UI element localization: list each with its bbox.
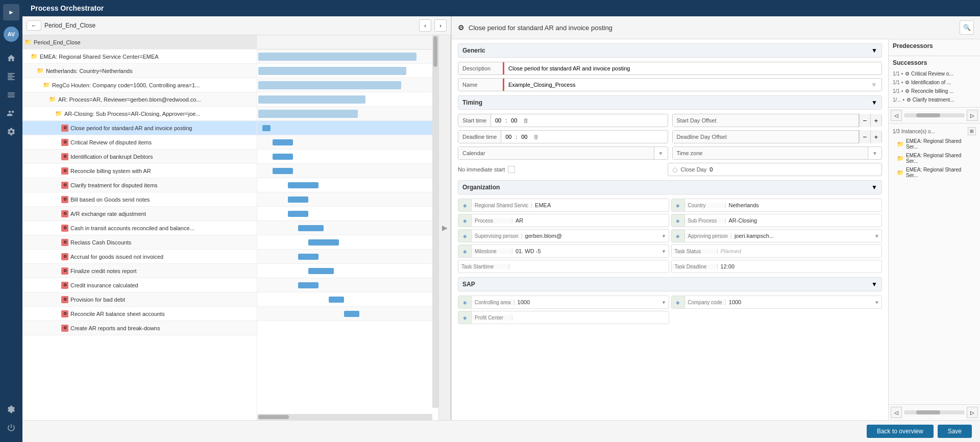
home-icon[interactable]	[3, 50, 19, 66]
approving-label: Approving person	[685, 233, 731, 239]
list-item[interactable]: ⚙ Accrual for goods issued not invoiced	[22, 250, 257, 264]
folder-icon: 📁	[24, 39, 32, 45]
deadline-min-input[interactable]	[517, 134, 531, 140]
task-status-field: Task Status Planned	[671, 244, 883, 258]
generic-section-title: Generic	[462, 47, 485, 54]
instance-expand-btn[interactable]: ⊞	[968, 127, 976, 135]
instance-folder-2[interactable]: 📁 EMEA: Regional Shared Ser...	[893, 151, 976, 165]
milestone-dropdown[interactable]: ▼	[659, 249, 669, 254]
list-item-selected[interactable]: ⚙ Close period for standard AR and invoi…	[22, 121, 257, 135]
list-item[interactable]: ⚙ Clarify treatment for disputed items	[22, 178, 257, 192]
list-item[interactable]: ⚙ Reconcile billing system with AR	[22, 164, 257, 178]
deadline-time-clear[interactable]: 🗑	[531, 134, 541, 140]
chart-icon[interactable]	[3, 68, 19, 85]
company-code-value: 1000	[726, 299, 872, 305]
close-day-value: 0	[709, 166, 877, 173]
profit-center-icon: ◈	[458, 311, 472, 324]
rss-label: Regional Shared Servic	[472, 203, 532, 208]
instance-folder-1[interactable]: 📁 EMEA: Regional Shared Ser...	[893, 137, 976, 151]
task-icon: ⚙	[61, 125, 68, 132]
list-item[interactable]: 📁 AR-Closing: Sub Process=AR-Closing, Ap…	[22, 107, 257, 121]
timing-section-header[interactable]: Timing ▼	[458, 95, 882, 110]
org-collapse-icon: ▼	[871, 184, 877, 191]
timezone-arrow[interactable]: ▼	[868, 151, 881, 156]
next-btn[interactable]: ›	[434, 19, 447, 32]
company-code-field: ◈ Company code 1000 ▼	[671, 296, 883, 309]
settings2-icon[interactable]	[3, 401, 19, 418]
list-item[interactable]: ⚙ Reconcile AR balance sheet accounts	[22, 307, 257, 321]
controlling-dropdown[interactable]: ▼	[659, 300, 669, 305]
start-hour-input[interactable]	[491, 117, 505, 124]
start-offset-plus[interactable]: +	[870, 114, 881, 127]
main-content: Process Orchestrator ← Period_End_Close …	[22, 0, 980, 442]
approving-value: joeri.kampsch...	[731, 233, 872, 239]
list-item[interactable]: ⚙ Create AR reports and break-downs	[22, 321, 257, 335]
company-code-dropdown[interactable]: ▼	[872, 300, 881, 305]
gantt-expand-btn[interactable]: ▶	[438, 35, 451, 420]
list-item[interactable]: 📁 Period_End_Close	[22, 35, 257, 50]
side-left-btn[interactable]: ◁	[891, 110, 902, 121]
power-icon[interactable]	[3, 420, 19, 436]
save-button[interactable]: Save	[938, 425, 972, 438]
list-item[interactable]: ⚙ A/R exchange rate adjustment	[22, 207, 257, 221]
list-item[interactable]: ⚙ Reclass Cash Discounts	[22, 235, 257, 250]
side-right-btn[interactable]: ▷	[967, 110, 978, 121]
prev-btn[interactable]: ‹	[419, 19, 431, 32]
list-item[interactable]: ⚙ Cash in transit accounts reconciled an…	[22, 221, 257, 235]
generic-section-header[interactable]: Generic ▼	[458, 43, 882, 58]
list-icon[interactable]	[3, 87, 19, 103]
sap-section-header[interactable]: SAP ▼	[458, 277, 882, 291]
instance-folder-3[interactable]: 📁 EMEA: Regional Shared Ser...	[893, 165, 976, 180]
approving-dropdown[interactable]: ▼	[872, 233, 881, 239]
list-item[interactable]: ⚙ Provision for bad debt	[22, 292, 257, 307]
side-bottom-thumb	[916, 410, 941, 414]
folder-icon: 📁	[31, 53, 38, 60]
back-to-overview-button[interactable]: Back to overview	[867, 425, 934, 438]
list-item[interactable]: ⚙ Finalize credit notes report	[22, 264, 257, 278]
list-item[interactable]: ⚙ Identification of bankrupt Debtors	[22, 150, 257, 164]
process-list: 📁 Period_End_Close 📁 EMEA: Regional Shar…	[22, 35, 257, 420]
deadline-offset-plus[interactable]: +	[870, 130, 881, 143]
list-item[interactable]: 📁 Netherlands: Country=Netherlands	[22, 64, 257, 78]
start-time-clear[interactable]: 🗑	[521, 117, 531, 124]
list-item[interactable]: ⚙ Bill based on Goods send notes	[22, 192, 257, 207]
start-min-input[interactable]	[507, 117, 521, 124]
successor-item[interactable]: 1/... • ⚙ Clarify treatment...	[893, 95, 976, 104]
task-icon: ⚙	[61, 182, 68, 189]
side-bottom-right-btn[interactable]: ▷	[967, 407, 978, 418]
milestone-field[interactable]: ◈ Milestone 01. WD -5 ▼	[458, 244, 669, 258]
app-header: Process Orchestrator	[22, 0, 980, 16]
successor-item[interactable]: 1/1 • ⚙ Reconcile billing ...	[893, 87, 976, 95]
deadline-offset-minus[interactable]: −	[859, 130, 870, 143]
task-status-label: Task Status	[672, 249, 718, 254]
list-item[interactable]: 📁 RegCo Houten: Company code=1000, Contr…	[22, 78, 257, 92]
side-scroll-area: ◁ ▷	[889, 108, 980, 123]
detail-search-btn[interactable]: 🔍	[960, 20, 974, 35]
successors-title: Successors	[893, 59, 976, 66]
timing-section-content: Start time : 🗑 Start Day Offset − +	[458, 114, 882, 176]
task-icon: ⚙	[61, 167, 68, 175]
app-title: Process Orchestrator	[31, 4, 104, 12]
no-immediate-checkbox[interactable]	[508, 166, 515, 173]
controlling-label: Controlling area	[472, 300, 514, 305]
list-item[interactable]: 📁 AR: Process=AR, Reviewer=gerben.blom@r…	[22, 92, 257, 107]
successor-item[interactable]: 1/1 • ⚙ Identification of ...	[893, 78, 976, 87]
org-section-header[interactable]: Organization ▼	[458, 180, 882, 194]
back-btn[interactable]: ←	[27, 20, 41, 31]
regional-shared-service-field: ◈ Regional Shared Servic EMEA	[458, 199, 669, 212]
settings-icon[interactable]	[3, 124, 19, 140]
list-item[interactable]: 📁 EMEA: Regional Shared Service Center=E…	[22, 50, 257, 64]
side-bottom-left-btn[interactable]: ◁	[891, 407, 902, 418]
list-item[interactable]: ⚙ Credit insurance calculated	[22, 278, 257, 292]
calendar-arrow[interactable]: ▼	[654, 151, 668, 156]
list-item[interactable]: ⚙ Critical Review of disputed items	[22, 135, 257, 150]
task-deadline-field: Task Deadline 12:00	[671, 260, 883, 273]
sidebar-toggle[interactable]: ►	[3, 4, 19, 20]
users-icon[interactable]	[3, 105, 19, 121]
supervising-dropdown[interactable]: ▼	[659, 233, 669, 239]
start-offset-minus[interactable]: −	[859, 114, 870, 127]
deadline-hour-input[interactable]	[501, 134, 516, 140]
task-deadline-label: Task Deadline	[672, 264, 718, 269]
successor-item[interactable]: 1/1 • ⚙ Critical Review o...	[893, 69, 976, 78]
task-icon: ⚙	[61, 153, 68, 160]
